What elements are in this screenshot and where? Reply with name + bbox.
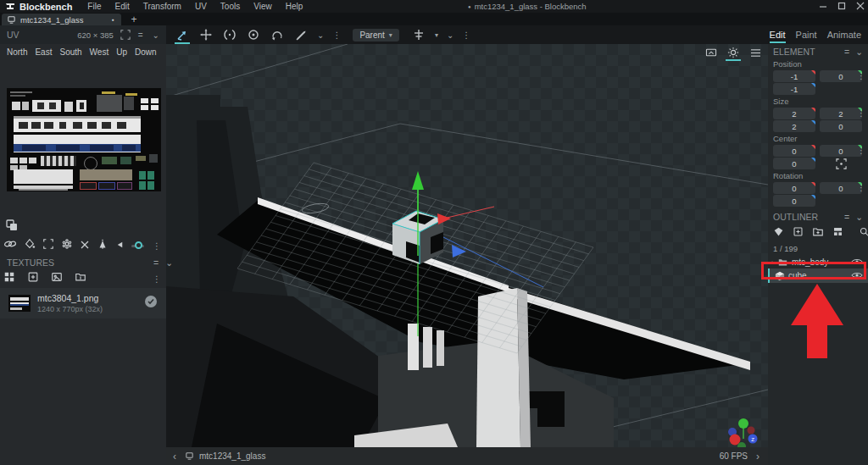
textures-dots-icon[interactable]: ⋮ xyxy=(151,274,163,284)
copy-icon xyxy=(5,219,19,232)
size-y-field[interactable]: 2 xyxy=(820,108,862,119)
menu-uv[interactable]: UV xyxy=(188,2,214,11)
rotation-y-field[interactable]: 0 xyxy=(820,182,862,194)
minimize-button[interactable] xyxy=(819,2,827,12)
transform-space-tool[interactable] xyxy=(409,26,428,43)
position-y-field[interactable]: 0 xyxy=(820,70,862,82)
clear-uv-button[interactable] xyxy=(80,238,90,253)
textures-collapse-icon[interactable]: ⌄ xyxy=(165,257,173,268)
search-outliner-button[interactable] xyxy=(859,225,868,241)
outliner-node-cube[interactable]: cube xyxy=(768,268,868,283)
toolbar-dots2-icon[interactable]: ⋮ xyxy=(460,30,472,40)
toolbar-dots-icon[interactable]: ⋮ xyxy=(331,30,342,40)
texture-active-check[interactable] xyxy=(144,295,158,312)
face-tab-south[interactable]: South xyxy=(59,47,81,57)
project-tab[interactable]: mtc1234_1_glass ● xyxy=(2,14,121,25)
slider-knob[interactable] xyxy=(135,241,142,249)
center-y-field[interactable]: 0 xyxy=(820,145,862,157)
position-x-field[interactable]: -1 xyxy=(773,70,815,82)
size-x-field[interactable]: 2 xyxy=(773,108,815,119)
tab-edit[interactable]: Edit xyxy=(770,28,786,42)
rotation-x-field[interactable]: 0 xyxy=(773,182,815,194)
center-x-field[interactable]: 0 xyxy=(773,145,815,157)
split-square-icon xyxy=(832,226,843,237)
move-tool[interactable] xyxy=(197,26,215,43)
face-tab-up[interactable]: Up xyxy=(116,47,127,57)
size-dots-icon[interactable]: ⋮ xyxy=(857,108,865,118)
tab-animate[interactable]: Animate xyxy=(827,28,861,42)
close-button[interactable] xyxy=(856,2,865,12)
group-visibility-toggle[interactable] xyxy=(851,257,863,268)
rotation-z-field[interactable]: 0 xyxy=(773,195,815,207)
menu-file[interactable]: File xyxy=(81,2,108,11)
viewport-menu-button[interactable] xyxy=(748,46,763,59)
tab-paint[interactable]: Paint xyxy=(796,28,817,42)
add-group-button[interactable] xyxy=(812,225,824,241)
brush-tool[interactable] xyxy=(292,26,310,43)
position-dots-icon[interactable]: ⋮ xyxy=(857,71,865,80)
sidebar-forward-icon[interactable]: › xyxy=(754,451,761,462)
textures-menu-icon[interactable]: = xyxy=(153,257,159,268)
menu-edit[interactable]: Edit xyxy=(108,2,136,11)
create-texture-button[interactable] xyxy=(27,271,39,286)
uv-texture-preview[interactable] xyxy=(7,88,161,191)
mirror-uv-button[interactable] xyxy=(97,238,108,253)
lighting-toggle[interactable] xyxy=(726,46,741,59)
parent-dropdown[interactable]: Parent ▾ xyxy=(353,29,398,42)
uv-zoom-slider[interactable] xyxy=(131,245,144,247)
viewport-3d[interactable]: Z xyxy=(166,44,768,447)
rotation-dots-icon[interactable]: ⋮ xyxy=(857,183,865,192)
import-folder-button[interactable] xyxy=(75,271,86,286)
transform-space-caret-icon[interactable]: ▾ xyxy=(433,31,440,39)
element-collapse-icon[interactable]: ⌄ xyxy=(855,47,863,57)
new-tab-button[interactable]: + xyxy=(131,14,137,25)
center-z-field[interactable]: 0 xyxy=(773,158,815,169)
maximize-button[interactable] xyxy=(837,2,846,12)
position-z-field[interactable]: -1 xyxy=(773,83,815,95)
auto-uv-button[interactable] xyxy=(61,238,73,253)
paint-bucket-button[interactable] xyxy=(24,238,36,253)
outliner-collapse-icon[interactable]: ⌄ xyxy=(855,212,863,222)
face-tab-down[interactable]: Down xyxy=(135,47,157,57)
screenshot-button[interactable] xyxy=(704,46,719,59)
add-cube-button[interactable] xyxy=(793,225,804,241)
maximize-uv-button[interactable] xyxy=(42,238,54,253)
copy-paste-tool[interactable] xyxy=(5,219,19,235)
expand-arrow-icon[interactable]: › xyxy=(771,258,774,267)
vertex-snap-tool[interactable] xyxy=(268,26,287,43)
face-tab-east[interactable]: East xyxy=(35,47,52,57)
rotate-uv-button[interactable] xyxy=(115,238,125,253)
center-dots-icon[interactable]: ⋮ xyxy=(857,146,865,155)
import-texture-button[interactable] xyxy=(51,271,63,286)
pivot-tool[interactable] xyxy=(244,26,263,43)
gizmo-move-tool[interactable] xyxy=(173,26,192,43)
outliner-gem-button[interactable] xyxy=(773,225,784,241)
sidebar-back-icon[interactable]: ‹ xyxy=(171,451,178,462)
size-inflate-field[interactable]: 0 xyxy=(820,120,862,132)
uv-tools-dots-icon[interactable]: ⋮ xyxy=(151,241,163,251)
panel-menu-icon[interactable]: = xyxy=(136,30,145,40)
element-menu-icon[interactable]: = xyxy=(844,47,849,57)
outliner-node-group[interactable]: › mtc_body xyxy=(768,256,868,268)
face-tab-west[interactable]: West xyxy=(90,47,109,57)
menu-transform[interactable]: Transform xyxy=(136,2,188,11)
outliner-toggle-button[interactable] xyxy=(832,225,843,241)
frame-icon[interactable] xyxy=(120,30,131,40)
center-pivot-button[interactable] xyxy=(820,158,862,169)
rotate-tool[interactable] xyxy=(220,26,239,43)
toolbar-chevron2-icon[interactable]: ⌄ xyxy=(445,30,455,40)
menu-help[interactable]: Help xyxy=(279,2,310,11)
panel-collapse-icon[interactable]: ⌄ xyxy=(151,30,161,40)
link-uv-button[interactable] xyxy=(3,238,17,253)
face-tab-north[interactable]: North xyxy=(7,47,27,57)
menu-tools[interactable]: Tools xyxy=(214,2,247,11)
menu-view[interactable]: View xyxy=(247,2,279,11)
app-name: Blockbench xyxy=(19,2,72,12)
toolbar-chevron-icon[interactable]: ⌄ xyxy=(315,30,326,40)
uv-size-readout[interactable]: 620 × 385 xyxy=(77,30,114,40)
outliner-menu-icon[interactable]: = xyxy=(844,212,849,222)
size-z-field[interactable]: 2 xyxy=(773,120,815,132)
texture-list-item[interactable]: mtc3804_1.png 1240 x 770px (32x) xyxy=(0,288,166,318)
cube-visibility-toggle[interactable] xyxy=(851,271,863,281)
texture-grid-button[interactable] xyxy=(3,271,15,286)
